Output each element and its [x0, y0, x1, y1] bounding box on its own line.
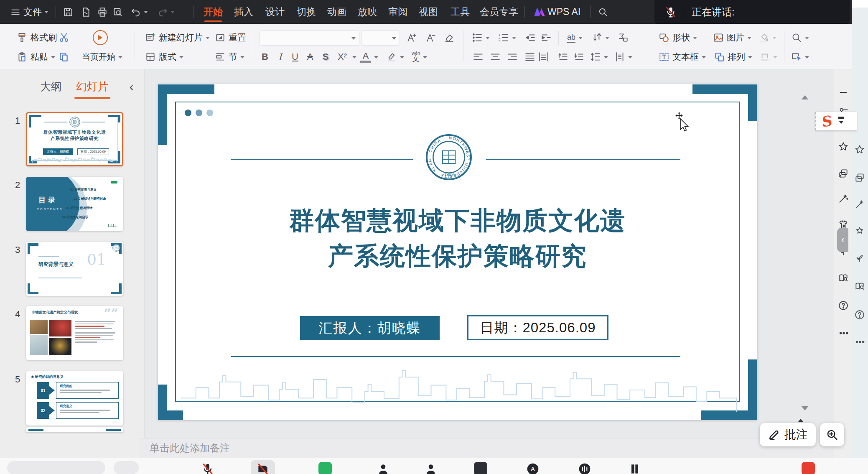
- text-shadow-button[interactable]: S: [320, 49, 331, 65]
- section-button[interactable]: 节: [215, 49, 244, 65]
- layout-button[interactable]: 版式: [145, 49, 183, 65]
- shapes-button[interactable]: 形状: [659, 30, 697, 46]
- bold-button[interactable]: B: [260, 49, 270, 65]
- taskbar-app-circle[interactable]: [577, 461, 593, 474]
- slide-title-line2[interactable]: 产系统性保护策略研究: [158, 240, 757, 273]
- tab-review[interactable]: 审阅: [388, 0, 407, 24]
- tab-animation[interactable]: 动画: [327, 0, 346, 24]
- play-from-current-dropdown[interactable]: 当页开始: [82, 49, 122, 65]
- assistant-menu-icon[interactable]: [838, 117, 844, 126]
- slides-switch-icon[interactable]: [838, 168, 849, 179]
- reset-button[interactable]: 重置: [215, 30, 246, 46]
- cut-button[interactable]: [59, 30, 69, 46]
- taskbar-app-circle[interactable]: A: [525, 461, 541, 474]
- more-icon[interactable]: [838, 328, 849, 339]
- decrease-font-button[interactable]: [425, 30, 436, 46]
- line-spacing-button[interactable]: [590, 49, 608, 65]
- tab-slides[interactable]: 幻灯片: [76, 79, 109, 94]
- tab-insert[interactable]: 插入: [234, 0, 253, 24]
- space-before-button[interactable]: [557, 49, 568, 65]
- notes-bar[interactable]: 单击此处添加备注: [140, 438, 834, 458]
- save-button[interactable]: [63, 0, 74, 24]
- book-search-icon[interactable]: [838, 273, 849, 283]
- tab-slideshow[interactable]: 放映: [358, 0, 377, 24]
- export-pdf-button[interactable]: [80, 0, 91, 24]
- font-size-select[interactable]: [361, 31, 400, 46]
- space-after-button[interactable]: [573, 49, 584, 65]
- arrange-button[interactable]: 排列: [714, 49, 752, 65]
- clear-format-button[interactable]: [444, 30, 455, 46]
- magic-wand-icon[interactable]: [838, 193, 849, 204]
- collapse-panel-icon[interactable]: ‹: [130, 80, 133, 94]
- presenter-textbox[interactable]: 汇报人：胡晓蝶: [300, 316, 440, 340]
- align-left-button[interactable]: [473, 49, 484, 65]
- numbered-list-button[interactable]: 123: [498, 30, 516, 46]
- tab-home[interactable]: 开始: [204, 0, 223, 24]
- font-color-button[interactable]: A: [360, 49, 378, 65]
- comment-button[interactable]: 批注: [760, 423, 816, 446]
- print-button[interactable]: [97, 0, 108, 24]
- slide-canvas[interactable]: 群体智慧视域下非物质文化遗 产系统性保护策略研究 汇报人：胡晓蝶 日期：2025…: [158, 84, 757, 420]
- phonetic-guide-button[interactable]: wén文: [412, 49, 427, 65]
- taskbar-app-green[interactable]: [318, 462, 332, 474]
- wps-ai-button[interactable]: WPS AI: [534, 0, 580, 24]
- tab-tools[interactable]: 工具: [451, 0, 470, 24]
- star-icon[interactable]: [838, 141, 849, 152]
- fill-color-button[interactable]: [759, 30, 776, 46]
- wps-assistant-float[interactable]: S: [815, 112, 857, 130]
- microphone-muted-icon[interactable]: [664, 6, 677, 18]
- strikethrough-button[interactable]: A: [305, 49, 316, 65]
- smartart-convert-button[interactable]: [618, 30, 629, 46]
- new-slide-button[interactable]: 新建幻灯片: [145, 30, 210, 46]
- zoom-button[interactable]: [820, 423, 844, 446]
- font-name-select[interactable]: [260, 31, 359, 46]
- redo-button[interactable]: [157, 0, 175, 24]
- textbox-button[interactable]: 文本框: [659, 49, 706, 65]
- italic-button[interactable]: I: [275, 49, 285, 65]
- date-textbox[interactable]: 日期：2025.06.09: [467, 315, 608, 340]
- outline-color-button[interactable]: [759, 49, 777, 65]
- taskbar-app-mic-muted[interactable]: [200, 461, 216, 474]
- taskbar-app-active[interactable]: [251, 460, 275, 474]
- character-spacing-button[interactable]: ab: [567, 30, 583, 46]
- slide-thumbnail-1[interactable]: 群体智慧视域下非物质文化遗 产系统性保护策略研究 汇报人：胡晓蝶 日期：2025…: [26, 112, 123, 166]
- slide-thumbnail-2[interactable]: 目录 CONTENTS 01 研究背景与意义 02 文献综述与研究对象 03 研…: [26, 177, 123, 231]
- underline-button[interactable]: U: [290, 49, 300, 65]
- print-preview-button[interactable]: [112, 0, 123, 24]
- minimize-icon[interactable]: [838, 87, 849, 98]
- distribute-text-button[interactable]: [538, 49, 549, 65]
- tab-membership[interactable]: 会员专享: [480, 0, 518, 24]
- help-icon[interactable]: [838, 300, 849, 311]
- tab-design[interactable]: 设计: [265, 0, 285, 24]
- taskbar-app-red[interactable]: [802, 462, 815, 474]
- tab-transition[interactable]: 切换: [297, 0, 316, 24]
- taskbar-app-dark[interactable]: [474, 462, 487, 474]
- slide-editor-area[interactable]: 群体智慧视域下非物质文化遗 产系统性保护策略研究 汇报人：胡晓蝶 日期：2025…: [145, 69, 834, 438]
- tab-view[interactable]: 视图: [419, 0, 438, 24]
- slide-thumbnail-3[interactable]: 研究背景与意义 01: [26, 242, 123, 296]
- slide-thumbnail-5[interactable]: ◉ 研究的目的与意义 01 研究目的 02 研究意义: [26, 371, 123, 426]
- scroll-down-icon[interactable]: [802, 406, 808, 414]
- taskbar-search[interactable]: [7, 461, 105, 474]
- picture-button[interactable]: 图片: [713, 30, 751, 46]
- vertical-align-button[interactable]: [614, 49, 632, 65]
- justify-button[interactable]: [524, 49, 535, 65]
- slide-title-line1[interactable]: 群体智慧视域下非物质文化遗: [158, 204, 757, 238]
- search-button[interactable]: [598, 0, 608, 24]
- format-painter-button[interactable]: 格式刷: [17, 30, 57, 46]
- selection-pane-button[interactable]: [791, 49, 809, 65]
- scroll-up-icon[interactable]: [802, 92, 808, 99]
- undo-button[interactable]: [130, 0, 148, 24]
- taskbar-app-bars[interactable]: [627, 461, 643, 474]
- find-button[interactable]: [791, 30, 809, 46]
- decrease-indent-button[interactable]: [525, 30, 536, 46]
- slide-thumbnail-6-partial[interactable]: [26, 427, 123, 432]
- taskbar-app-person[interactable]: [423, 461, 439, 474]
- taskbar-app-person[interactable]: [375, 461, 391, 474]
- paste-button[interactable]: 粘贴: [17, 49, 55, 65]
- play-from-current-button[interactable]: [93, 30, 108, 46]
- increase-font-button[interactable]: [406, 30, 417, 46]
- align-center-button[interactable]: [490, 49, 501, 65]
- slide-thumbnail-4[interactable]: 非物质文化遗产的定义与现状 ””: [26, 306, 123, 360]
- tab-outline[interactable]: 大纲: [40, 79, 62, 94]
